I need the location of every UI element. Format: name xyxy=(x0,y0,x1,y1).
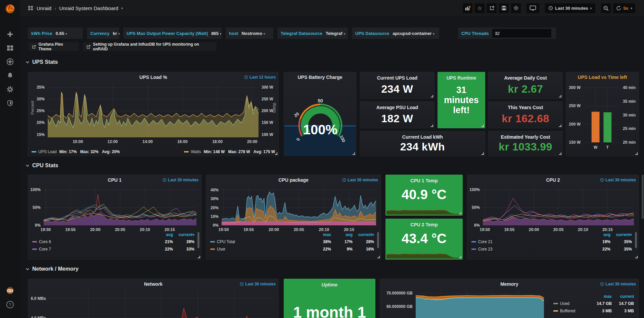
series-name[interactable]: Core 6 xyxy=(39,239,51,244)
configuration-gear-icon[interactable] xyxy=(6,85,14,93)
legend-row[interactable]: Buffered3 MB3 MB xyxy=(553,307,634,315)
alerting-bell-icon[interactable] xyxy=(6,72,14,80)
legend-scrollbar[interactable] xyxy=(197,232,199,248)
panel-resize-handle[interactable] xyxy=(377,256,380,258)
network-chart[interactable]: 6.0 MBs4.0 MBs2.0 MBs xyxy=(49,290,274,318)
legend-sort-header[interactable]: current▾ xyxy=(353,232,374,237)
dashboard-settings-gear-button[interactable] xyxy=(511,3,521,13)
section-network-memory[interactable]: Network / Memory xyxy=(26,266,79,272)
variable-value-dropdown[interactable]: Nostromo ▾ xyxy=(241,31,265,36)
ups-load-chart[interactable]: 35%30%25%20%15%300 W250 W200 W150 W100 W… xyxy=(48,84,259,137)
legend-row[interactable]: Core 2322%35% xyxy=(471,245,632,253)
panel-title[interactable]: Average Daily Cost xyxy=(489,75,562,81)
create-plus-icon[interactable] xyxy=(6,30,14,38)
legend-sort-header[interactable]: current▾ xyxy=(173,232,194,237)
dashboard-grid-icon[interactable] xyxy=(28,5,34,11)
dashboard-link-ups-monitoring[interactable]: Setting up Grafana and InfluxDB for UPS … xyxy=(83,42,217,51)
panel-resize-handle[interactable] xyxy=(559,95,561,97)
panel-resize-handle[interactable] xyxy=(635,152,638,155)
legend-row[interactable]: Used14.7 GB14.7 GB xyxy=(553,300,634,307)
legend-sort-header[interactable]: max xyxy=(310,232,331,237)
grafana-logo[interactable] xyxy=(4,3,16,14)
help-icon[interactable]: ? xyxy=(6,301,14,309)
variable-value-dropdown[interactable]: 0.65 ▾ xyxy=(56,31,67,36)
panel-title[interactable]: CPU 1 Temp xyxy=(386,178,462,183)
legend-row[interactable]: CPU Total38%17%28% xyxy=(210,238,374,245)
user-avatar[interactable] xyxy=(6,286,14,294)
panel-title[interactable]: Estimated Yearly Cost xyxy=(489,134,562,140)
panel-time-override-link[interactable]: Last 30 minutes xyxy=(163,178,198,182)
panel-title[interactable]: Current UPS Load xyxy=(360,75,434,81)
series-label[interactable]: UPS Load xyxy=(38,149,57,154)
breadcrumb-dashboard-title[interactable]: Unraid System Dashboard xyxy=(59,5,118,11)
panel-title[interactable]: Uptime xyxy=(284,282,375,287)
panel-resize-handle[interactable] xyxy=(353,152,355,155)
series-name[interactable]: Core 7 xyxy=(39,247,51,252)
battery-gauge[interactable]: 50 20 0 100 100% xyxy=(284,72,356,156)
panel-title[interactable]: Current Load kWh xyxy=(360,134,485,140)
legend-sort-header[interactable]: current▾ xyxy=(610,232,632,237)
panel-resize-handle[interactable] xyxy=(481,125,484,127)
legend-sort-header[interactable]: avg xyxy=(331,232,353,237)
legend-scrollbar[interactable] xyxy=(377,232,379,248)
dashboard-link-plex-theme[interactable]: Grafana Plex Theme xyxy=(29,42,79,51)
cycle-view-mode-button[interactable] xyxy=(526,3,539,13)
cpu-threads-input[interactable] xyxy=(492,29,551,38)
series-name[interactable]: Buffered xyxy=(560,309,575,313)
explore-compass-icon[interactable] xyxy=(6,58,14,66)
refresh-picker[interactable]: 5s ▾ xyxy=(613,3,636,13)
cpu2-chart[interactable]: 100%50%0%19:5019:5520:0020:0520:1020:15 xyxy=(483,188,634,225)
panel-resize-handle[interactable] xyxy=(635,256,638,258)
ups-load-vs-time-chart[interactable]: 300 W250 W200 W150 W40 min35 min30 min25… xyxy=(584,88,620,142)
legend-row[interactable]: Core 722%33% xyxy=(32,245,194,253)
dashboard-caret-icon[interactable]: ▾ xyxy=(121,6,123,10)
legend-sort-header[interactable]: current xyxy=(612,294,634,299)
series-name[interactable]: User xyxy=(217,247,225,252)
panel-resize-handle[interactable] xyxy=(275,152,277,155)
zoom-out-button[interactable] xyxy=(601,3,611,13)
series-name[interactable]: Core 23 xyxy=(478,247,493,252)
time-range-picker[interactable]: Last 30 minutes ▾ xyxy=(545,3,595,13)
section-cpu-stats[interactable]: CPU Stats xyxy=(26,163,58,169)
panel-resize-handle[interactable] xyxy=(481,152,484,155)
panel-title[interactable]: UPS Load vs Time left xyxy=(566,75,639,80)
legend-row[interactable]: User22%9%16% xyxy=(210,245,374,253)
panel-time-override-link[interactable]: Last 30 minutes xyxy=(600,282,636,286)
memory-chart[interactable]: 70.000000 GB60.000000 GB50.000000 GB xyxy=(416,290,544,318)
panel-resize-handle[interactable] xyxy=(431,125,433,127)
dashboards-grid-icon[interactable] xyxy=(6,44,14,52)
panel-title[interactable]: UPS Runtime xyxy=(438,75,485,81)
panel-resize-handle[interactable] xyxy=(459,256,461,258)
cpu1-chart[interactable]: 100%50%0%19:5019:5520:0020:0520:1020:15 xyxy=(44,188,196,225)
series-marker[interactable] xyxy=(184,151,189,152)
panel-title[interactable]: This Years Cost xyxy=(489,105,562,110)
panel-time-override-link[interactable]: Last 30 minutes xyxy=(240,282,276,286)
panel-time-override-link[interactable]: Last 30 minutes xyxy=(600,178,636,182)
series-marker[interactable] xyxy=(32,151,36,152)
panel-resize-handle[interactable] xyxy=(559,125,561,127)
variable-value-dropdown[interactable]: apcupsd-container ▾ xyxy=(393,31,434,36)
series-label[interactable]: Watts xyxy=(191,149,201,154)
panel-resize-handle[interactable] xyxy=(459,212,461,214)
save-dashboard-button[interactable] xyxy=(499,3,509,13)
panel-title[interactable]: CPU 2 Temp xyxy=(386,222,462,227)
page-scrollbar[interactable] xyxy=(642,175,644,219)
variable-value-dropdown[interactable]: kr ▾ xyxy=(113,31,120,36)
server-admin-shield-icon[interactable] xyxy=(6,99,14,107)
legend-sort-header[interactable]: max xyxy=(590,294,612,299)
legend-sort-header[interactable]: avg xyxy=(589,232,610,237)
legend-scrollbar[interactable] xyxy=(635,232,637,248)
share-dashboard-button[interactable] xyxy=(487,3,497,13)
panel-resize-handle[interactable] xyxy=(198,256,200,258)
series-name[interactable]: Core 21 xyxy=(478,239,493,244)
panel-resize-handle[interactable] xyxy=(559,152,561,155)
legend-sort-header[interactable]: avg xyxy=(151,232,173,237)
legend-row[interactable]: Core 2119%35% xyxy=(471,238,632,245)
series-name[interactable]: Used xyxy=(560,301,569,306)
panel-title[interactable]: UPS Load % xyxy=(28,75,278,80)
variable-value-dropdown[interactable]: 865 ▾ xyxy=(211,31,221,36)
section-ups-stats[interactable]: UPS Stats xyxy=(26,59,58,65)
panel-time-override-link[interactable]: Last 12 hours xyxy=(244,75,276,80)
breadcrumb-folder[interactable]: Unraid xyxy=(37,5,51,11)
panel-resize-handle[interactable] xyxy=(431,95,433,97)
